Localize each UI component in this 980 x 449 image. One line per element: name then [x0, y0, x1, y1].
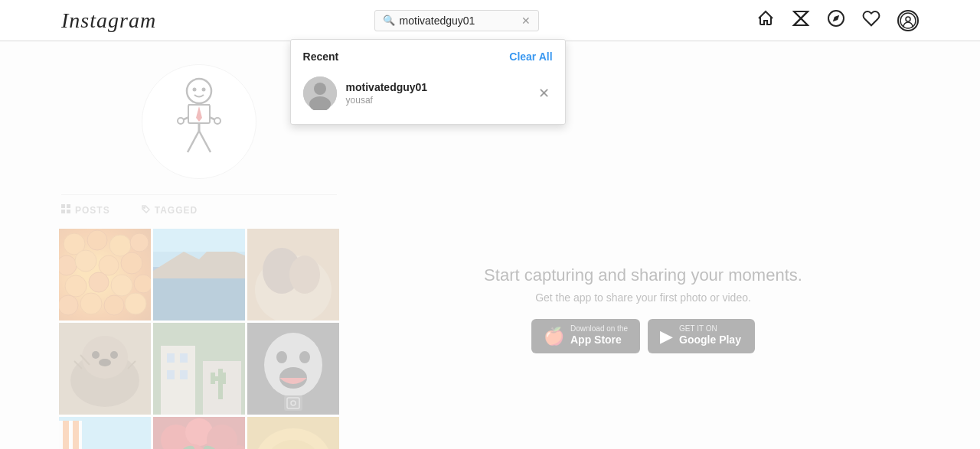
svg-rect-27	[67, 210, 70, 213]
svg-point-16	[178, 118, 184, 124]
photo-cell[interactable]	[153, 229, 245, 320]
svg-rect-26	[61, 210, 65, 213]
search-bar: 🔍 ✕	[374, 10, 539, 31]
svg-point-10	[187, 79, 211, 103]
svg-point-56	[82, 336, 128, 379]
photo-cell[interactable]	[247, 229, 339, 320]
svg-point-12	[202, 88, 206, 92]
svg-point-9	[906, 17, 910, 21]
compass-icon[interactable]	[827, 9, 845, 32]
svg-rect-25	[67, 204, 70, 208]
svg-marker-7	[833, 15, 839, 21]
photo-cell[interactable]	[153, 323, 245, 415]
svg-rect-85	[63, 421, 69, 449]
search-wrapper: 🔍 ✕ Recent Clear All motivatedguy01	[374, 10, 539, 31]
app-store-text: Download on the App Store	[570, 325, 628, 347]
tab-tagged-label: TAGGED	[155, 205, 198, 216]
svg-rect-64	[161, 346, 195, 415]
search-dropdown: Recent Clear All motivatedguy01 yousaf ✕	[290, 39, 566, 125]
promo-title: Start capturing and sharing your moments…	[484, 265, 802, 285]
recent-search-item[interactable]: motivatedguy01 yousaf ✕	[291, 70, 565, 116]
photo-cell[interactable]	[153, 417, 245, 449]
svg-rect-73	[221, 373, 226, 384]
svg-rect-49	[153, 229, 245, 252]
clear-all-button[interactable]: Clear All	[509, 50, 552, 63]
svg-point-30	[87, 230, 107, 250]
svg-point-44	[125, 293, 146, 314]
svg-point-77	[276, 351, 287, 363]
photo-cell[interactable]	[247, 323, 339, 415]
app-store-button[interactable]: 🍎 Download on the App Store	[531, 319, 640, 353]
grid-tabs: POSTS TAGGED	[61, 194, 337, 225]
svg-point-28	[143, 207, 145, 209]
dropdown-header: Recent Clear All	[291, 40, 565, 70]
tag-icon	[141, 204, 150, 216]
header: Instagram 🔍 ✕ Recent Clear All	[0, 0, 980, 41]
search-icon: 🔍	[383, 15, 395, 26]
google-play-text: GET IT ON Google Play	[679, 325, 741, 347]
apple-icon: 🍎	[544, 327, 564, 347]
photo-grid	[59, 229, 339, 449]
app-buttons: 🍎 Download on the App Store ▶ GET IT ON …	[531, 319, 755, 353]
heart-icon[interactable]	[862, 9, 880, 32]
grid-icon	[61, 204, 70, 216]
photo-cell[interactable]	[59, 417, 151, 449]
app-store-name: App Store	[570, 333, 628, 347]
svg-point-40	[134, 275, 151, 293]
svg-point-43	[104, 295, 124, 315]
search-input[interactable]	[400, 15, 521, 27]
google-play-sub: GET IT ON	[679, 325, 741, 333]
svg-rect-24	[61, 204, 65, 208]
svg-point-53	[289, 255, 320, 294]
svg-point-78	[299, 351, 310, 363]
home-icon[interactable]	[756, 9, 775, 32]
svg-point-61	[110, 351, 118, 359]
logo: Instagram	[61, 8, 156, 33]
svg-rect-86	[73, 421, 79, 449]
profile-icon[interactable]	[897, 10, 919, 31]
svg-line-20	[199, 131, 211, 152]
avatar-svg	[303, 76, 337, 110]
remove-recent-button[interactable]: ✕	[535, 85, 553, 102]
svg-point-17	[214, 118, 220, 124]
stick-figure-svg	[161, 76, 237, 168]
svg-point-62	[99, 359, 111, 366]
svg-point-38	[89, 272, 109, 292]
svg-rect-68	[167, 370, 175, 379]
search-clear-button[interactable]: ✕	[521, 15, 531, 26]
google-play-icon: ▶	[660, 327, 673, 347]
svg-point-33	[59, 255, 77, 275]
tab-posts[interactable]: POSTS	[61, 204, 110, 216]
dropdown-fullname: yousaf	[346, 95, 535, 106]
app-store-sub: Download on the	[570, 325, 628, 333]
photo-cell[interactable]	[59, 229, 151, 320]
svg-point-32	[130, 233, 149, 252]
svg-point-60	[92, 351, 100, 359]
svg-rect-66	[167, 353, 175, 363]
tab-posts-label: POSTS	[75, 205, 110, 216]
tab-tagged[interactable]: TAGGED	[141, 204, 198, 216]
svg-rect-48	[153, 278, 245, 320]
svg-point-1	[314, 83, 326, 95]
profile-avatar	[142, 64, 256, 179]
user-info: motivatedguy01 yousaf	[346, 81, 535, 106]
svg-point-42	[80, 293, 102, 314]
promo-subtitle: Get the app to share your first photo or…	[535, 291, 751, 304]
header-nav	[756, 9, 919, 32]
svg-point-39	[111, 275, 132, 296]
svg-rect-69	[180, 370, 188, 379]
explore-icon[interactable]	[792, 9, 810, 32]
svg-rect-72	[211, 373, 215, 384]
photo-cell[interactable]	[59, 323, 151, 415]
avatar	[303, 76, 337, 110]
dropdown-username: motivatedguy01	[346, 81, 535, 93]
svg-point-34	[75, 250, 96, 272]
svg-point-11	[193, 88, 197, 92]
svg-point-36	[121, 252, 142, 274]
svg-point-37	[65, 275, 87, 297]
google-play-button[interactable]: ▶ GET IT ON Google Play	[648, 319, 755, 353]
google-play-name: Google Play	[679, 333, 741, 347]
svg-line-19	[188, 131, 199, 152]
dropdown-title: Recent	[303, 50, 339, 63]
photo-cell[interactable]	[247, 417, 339, 449]
